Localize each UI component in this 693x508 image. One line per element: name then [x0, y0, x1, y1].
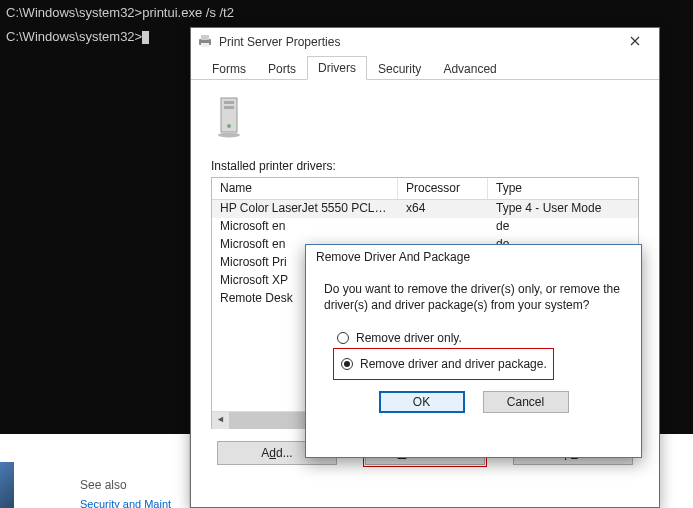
- titlebar[interactable]: Print Server Properties: [191, 28, 659, 56]
- tab-ports[interactable]: Ports: [257, 57, 307, 80]
- dialog-text: Do you want to remove the driver(s) only…: [306, 271, 641, 319]
- installed-drivers-label: Installed printer drivers:: [211, 159, 639, 173]
- security-link[interactable]: Security and Maint: [80, 498, 171, 508]
- svg-rect-5: [224, 106, 234, 109]
- tab-drivers[interactable]: Drivers: [307, 56, 367, 80]
- close-icon: [630, 36, 640, 46]
- window-title: Print Server Properties: [219, 35, 340, 49]
- table-row[interactable]: HP Color LaserJet 5550 PCL6 Clas... x64 …: [212, 200, 638, 218]
- cell-type: de: [488, 218, 638, 236]
- svg-point-6: [227, 124, 231, 128]
- svg-rect-1: [201, 35, 209, 40]
- svg-point-7: [218, 133, 240, 138]
- radio-remove-driver-package[interactable]: Remove driver and driver package.: [340, 351, 547, 377]
- cmd-cursor: [142, 31, 149, 44]
- see-also-heading: See also: [80, 478, 127, 492]
- radio-remove-driver-only[interactable]: Remove driver only.: [336, 325, 623, 351]
- server-icon: [215, 96, 639, 141]
- control-panel-sidebar: See also Security and Maint: [0, 434, 190, 508]
- radio-checked-icon: [340, 357, 354, 371]
- cmd-line: C:\Windows\system32>printui.exe /s /t2: [6, 4, 687, 22]
- tab-forms[interactable]: Forms: [201, 57, 257, 80]
- cell-proc: x64: [398, 200, 488, 218]
- scroll-left-arrow[interactable]: ◄: [212, 412, 229, 429]
- cmd-prompt: C:\Windows\system32>: [6, 5, 142, 20]
- svg-rect-2: [201, 43, 209, 47]
- cancel-button[interactable]: Cancel: [483, 391, 569, 413]
- col-processor[interactable]: Processor: [398, 178, 488, 199]
- svg-point-8: [338, 333, 349, 344]
- cell-proc: [398, 218, 488, 236]
- svg-point-10: [344, 361, 350, 367]
- table-header: Name Processor Type: [212, 178, 638, 200]
- tab-security[interactable]: Security: [367, 57, 432, 80]
- cmd-command: printui.exe /s /t2: [142, 5, 234, 20]
- radio-label: Remove driver and driver package.: [360, 357, 547, 371]
- col-name[interactable]: Name: [212, 178, 398, 199]
- radio-group: Remove driver only. Remove driver and dr…: [306, 319, 641, 377]
- close-button[interactable]: [617, 32, 653, 52]
- table-row[interactable]: Microsoft en de: [212, 218, 638, 236]
- cell-name: Microsoft en: [212, 218, 398, 236]
- cell-type: Type 4 - User Mode: [488, 200, 638, 218]
- dialog-buttons: OK Cancel: [306, 377, 641, 413]
- remove-driver-dialog: Remove Driver And Package Do you want to…: [305, 244, 642, 458]
- wallpaper-strip: [0, 462, 14, 508]
- radio-label: Remove driver only.: [356, 331, 462, 345]
- printer-icon: [197, 34, 213, 51]
- dialog-title: Remove Driver And Package: [306, 245, 641, 271]
- tab-bar: Forms Ports Drivers Security Advanced: [191, 56, 659, 80]
- ok-button[interactable]: OK: [379, 391, 465, 413]
- radio-unchecked-icon: [336, 331, 350, 345]
- cmd-prompt: C:\Windows\system32>: [6, 29, 142, 44]
- tab-advanced[interactable]: Advanced: [432, 57, 507, 80]
- col-type[interactable]: Type: [488, 178, 638, 199]
- svg-rect-4: [224, 101, 234, 104]
- cell-name: HP Color LaserJet 5550 PCL6 Clas...: [212, 200, 398, 218]
